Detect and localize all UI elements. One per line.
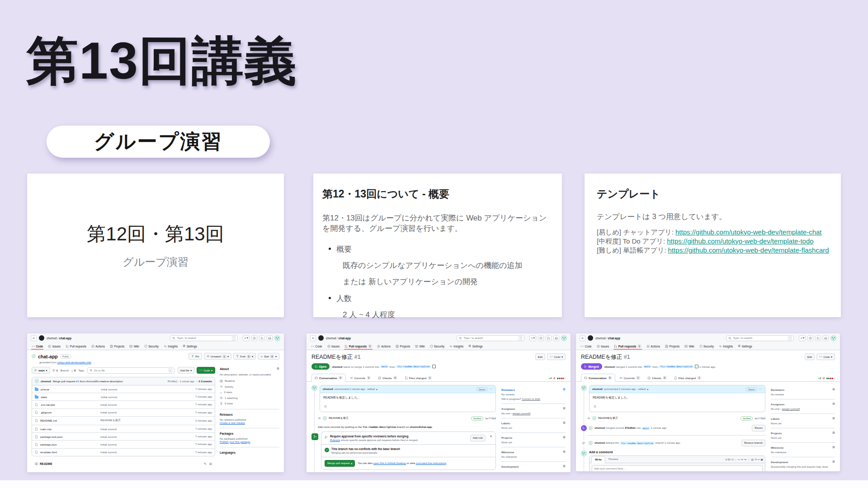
tags-count[interactable]: ◇0 Tags — [71, 369, 84, 372]
commit-hash[interactable]: beff9b0 — [485, 417, 496, 420]
command-line-link[interactable]: command line instructions — [416, 462, 446, 465]
revert-button[interactable]: Revert — [752, 425, 765, 432]
search-input[interactable] — [733, 337, 778, 339]
tab-actions[interactable]: Actions — [90, 343, 106, 350]
inbox-icon-button[interactable] — [823, 335, 829, 341]
template-chat-link[interactable]: https://github.com/utokyo-web-dev/templa… — [675, 228, 822, 236]
file-row[interactable]: package-lock.jsonInitial commit7 minutes… — [32, 433, 215, 441]
global-search[interactable]: / — [457, 335, 524, 341]
inbox-icon-button[interactable] — [267, 335, 273, 341]
development-heading[interactable]: Development — [771, 460, 788, 464]
rulesets-link[interactable]: Rulesets — [330, 439, 340, 441]
emoji-reaction-button[interactable]: ☺ — [323, 404, 328, 408]
kebab-menu-icon[interactable]: ⋯ — [489, 387, 493, 391]
go-to-file-input[interactable] — [94, 369, 121, 372]
tab-files-changed[interactable]: Files changed1 — [401, 374, 435, 381]
restore-branch-button[interactable]: Restore branch — [741, 440, 765, 446]
gear-icon[interactable]: ⚙ — [277, 367, 279, 371]
gear-icon[interactable]: ⚙ — [563, 407, 566, 410]
avatar[interactable] — [274, 335, 280, 341]
tab-actions[interactable]: Actions — [376, 343, 392, 350]
inbox-icon-button[interactable] — [553, 335, 559, 341]
publish-package-link[interactable]: Publish your first package — [220, 441, 250, 443]
file-row[interactable]: README.mdREADMEを修正2 minutes ago — [32, 417, 215, 425]
file-row[interactable]: main.mjsInitial commit7 minutes ago — [32, 425, 215, 433]
commit-hash-time[interactable]: 87e46e1 · 1 minute ago — [168, 380, 194, 383]
avatar[interactable] — [830, 335, 836, 341]
merge-pull-request-button[interactable]: Merge pull request▾ — [325, 460, 355, 467]
tab-files-changed[interactable]: Files changed1 — [671, 374, 705, 381]
template-flashcard-link[interactable]: https://github.com/utokyo-web-dev/templa… — [668, 246, 829, 254]
tab-checks[interactable]: Checks0 — [644, 374, 670, 381]
create-release-link[interactable]: Create a new release — [220, 422, 245, 424]
milestone-heading[interactable]: Milestone — [771, 446, 783, 449]
labels-heading[interactable]: Labels — [771, 417, 779, 420]
github-desktop-link[interactable]: open this in GitHub Desktop — [373, 462, 406, 465]
tab-issues[interactable]: Issues — [326, 343, 341, 350]
assign-yourself-link[interactable]: assign yourself — [513, 412, 530, 415]
commit-message[interactable]: READMEを修正 — [329, 416, 349, 420]
issues-icon-button[interactable] — [807, 335, 813, 341]
commit-history[interactable]: ◔3 Commits — [196, 380, 212, 383]
assignees-heading[interactable]: Assignees — [501, 407, 515, 410]
tab-security[interactable]: Security — [143, 343, 160, 350]
edit-button[interactable]: Edit — [805, 353, 815, 360]
tab-issues[interactable]: Issues — [47, 343, 61, 350]
gear-icon[interactable]: ⚙ — [832, 417, 835, 420]
milestone-heading[interactable]: Milestone — [501, 450, 514, 454]
gear-icon[interactable]: ⚙ — [832, 402, 835, 406]
commit-author[interactable]: chvmvd — [41, 380, 51, 383]
branch-selector[interactable]: main▾ — [32, 367, 50, 374]
pull-requests-icon-button[interactable] — [259, 335, 265, 341]
repo-name[interactable]: chat-app — [38, 354, 58, 359]
tab-conversation[interactable]: Conversation0 — [311, 374, 346, 382]
releases-heading[interactable]: Releases — [220, 413, 279, 416]
copy-icon[interactable] — [433, 365, 435, 368]
github-logo-icon[interactable] — [588, 335, 593, 341]
commit-hash[interactable]: beff9b0 — [755, 417, 765, 420]
breadcrumb[interactable]: chvmvd / chat-app — [326, 337, 351, 340]
github-logo-icon[interactable] — [39, 335, 44, 341]
hamburger-menu-button[interactable]: ≡ — [310, 335, 316, 341]
unwatch-button[interactable]: Unwatch1▾ — [204, 353, 231, 360]
kebab-menu-icon[interactable]: ⋯ — [759, 387, 762, 391]
outline-icon[interactable]: ☰ — [209, 462, 212, 466]
commit-message[interactable]: Merge pull request #1 from chvmvd/fix-re… — [53, 380, 123, 383]
gear-icon[interactable]: ⚙ — [832, 460, 835, 464]
reviewers-heading[interactable]: Reviewers — [501, 388, 515, 391]
about-readme[interactable]: Readme — [220, 380, 279, 383]
star-button[interactable]: ☆Star0▾ — [258, 353, 279, 360]
hamburger-menu-button[interactable]: ≡ — [580, 335, 585, 341]
pull-requests-icon-button[interactable] — [815, 335, 821, 341]
tab-pull-requests[interactable]: Pull requests — [65, 343, 87, 350]
tab-code[interactable]: Code — [31, 343, 44, 350]
code-button[interactable]: Code▾ — [816, 353, 835, 360]
github-logo-icon[interactable] — [318, 335, 324, 341]
reviewers-heading[interactable]: Reviewers — [771, 388, 784, 391]
tab-settings[interactable]: ⚙Settings — [737, 343, 753, 350]
template-source-link[interactable]: utokyo-web-dev/template-chat — [57, 361, 91, 364]
tab-security[interactable]: Security — [429, 343, 445, 350]
tab-insights[interactable]: Insights — [718, 343, 734, 350]
copy-icon[interactable] — [696, 365, 698, 368]
hamburger-menu-button[interactable]: ≡ — [31, 335, 37, 341]
gear-icon[interactable]: ⚙ — [563, 436, 566, 439]
pull-requests-icon-button[interactable] — [546, 335, 552, 341]
packages-heading[interactable]: Packages — [220, 432, 279, 435]
issues-icon-button[interactable] — [251, 335, 257, 341]
editor-toolbar-icons[interactable]: H B I ≡ ↔ ∞ ≔ ≕ ⋮ @ ↺ ↩ ▣ — [725, 458, 763, 461]
tab-wiki[interactable]: Wiki — [128, 343, 140, 350]
search-input[interactable] — [177, 337, 222, 339]
assign-yourself-link[interactable]: assign yourself — [782, 408, 800, 410]
about-stars[interactable]: ☆0 stars — [220, 391, 279, 394]
base-branch-chip[interactable]: main — [642, 427, 650, 430]
projects-heading[interactable]: Projects — [771, 432, 782, 435]
file-row[interactable]: staticInitial commit7 minutes ago — [32, 393, 215, 401]
gear-icon[interactable]: ⚙ — [832, 446, 835, 449]
code-button[interactable]: Code▾ — [197, 367, 215, 374]
create-new-button[interactable]: +▾ — [243, 335, 250, 341]
close-icon[interactable]: ✕ — [490, 435, 492, 438]
tab-commits[interactable]: Commits1 — [347, 374, 374, 381]
code-button[interactable]: Code▾ — [547, 353, 566, 360]
edit-button[interactable]: Edit — [535, 353, 545, 360]
